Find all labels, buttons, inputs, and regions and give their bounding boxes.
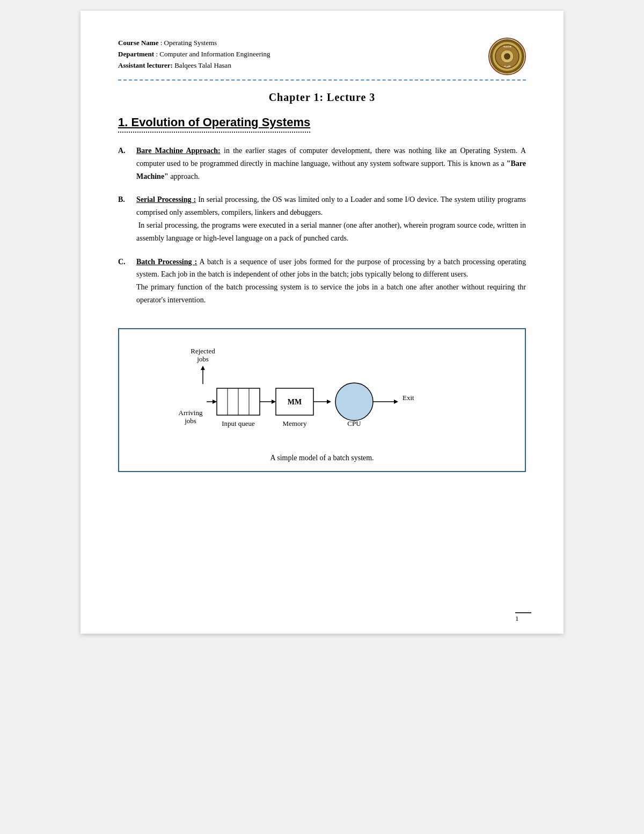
course-label: Course Name [118,39,158,47]
dept-label: Department [118,50,154,58]
item-c: C. Batch Processing : A batch is a seque… [118,256,526,307]
svg-text:Memory: Memory [283,419,307,427]
svg-text:Input queue: Input queue [222,419,255,427]
svg-text:الكهرباء: الكهرباء [504,65,510,68]
item-b-content: Serial Processing : In serial processing… [136,193,526,244]
logo-inner: هندسة الكهرباء [490,39,524,74]
item-a-content: Bare Machine Approach: in the earlier st… [136,144,526,183]
item-b: B. Serial Processing : In serial process… [118,193,526,244]
header-divider [118,79,526,81]
item-c-label: C. [118,256,131,269]
item-a-bold: "Bare Machine" [136,159,526,180]
item-a: A. Bare Machine Approach: in the earlier… [118,144,526,183]
page-number-line [515,612,531,613]
svg-point-3 [504,53,510,60]
batch-system-svg: Rejected jobs Arriving jobs Input queue [172,340,472,447]
svg-marker-28 [394,400,398,404]
svg-text:MM: MM [288,398,302,406]
dept-row: Department : Computer and Information En… [118,49,270,60]
svg-text:CPU: CPU [347,419,361,427]
item-b-label: B. [118,193,131,206]
page-number: 1 [515,614,531,623]
svg-marker-24 [327,400,331,404]
page-number-container: 1 [515,612,531,623]
university-logo: هندسة الكهرباء [488,38,526,75]
svg-text:Exit: Exit [402,394,414,402]
rejected-jobs-label: Rejected [191,347,215,355]
svg-text:jobs: jobs [184,417,196,425]
item-c-content: Batch Processing : A batch is a sequence… [136,256,526,307]
item-a-label: A. [118,144,131,157]
header: Course Name : Operating Systems Departme… [118,38,526,75]
course-value: : Operating Systems [160,39,217,47]
diagram-caption: A simple model of a batch system. [135,454,509,462]
diagram-svg-wrap: Rejected jobs Arriving jobs Input queue [135,340,509,447]
main-content: A. Bare Machine Approach: in the earlier… [118,144,526,307]
svg-marker-19 [272,400,276,404]
svg-point-25 [335,383,373,420]
item-b-term: Serial Processing : [136,195,196,204]
svg-text:jobs: jobs [196,355,209,363]
svg-text:هندسة: هندسة [503,45,511,48]
item-c-term: Batch Processing : [136,258,197,266]
dept-value: : Computer and Information Engineering [156,50,270,58]
item-a-term: Bare Machine Approach: [136,147,221,155]
course-row: Course Name : Operating Systems [118,38,270,49]
svg-text:Arriving: Arriving [179,409,203,417]
lecturer-value: Balqees Talal Hasan [174,61,231,69]
batch-diagram: Rejected jobs Arriving jobs Input queue [118,328,526,472]
header-info: Course Name : Operating Systems Departme… [118,38,270,71]
lecturer-label: Assistant lecturer: [118,61,173,69]
section-title: 1. Evolution of Operating Systems [118,115,526,144]
chapter-title: Chapter 1: Lecture 3 [118,91,526,104]
svg-marker-8 [201,366,205,370]
svg-marker-12 [213,400,217,404]
page: Course Name : Operating Systems Departme… [80,11,564,634]
lecturer-row: Assistant lecturer: Balqees Talal Hasan [118,60,270,71]
